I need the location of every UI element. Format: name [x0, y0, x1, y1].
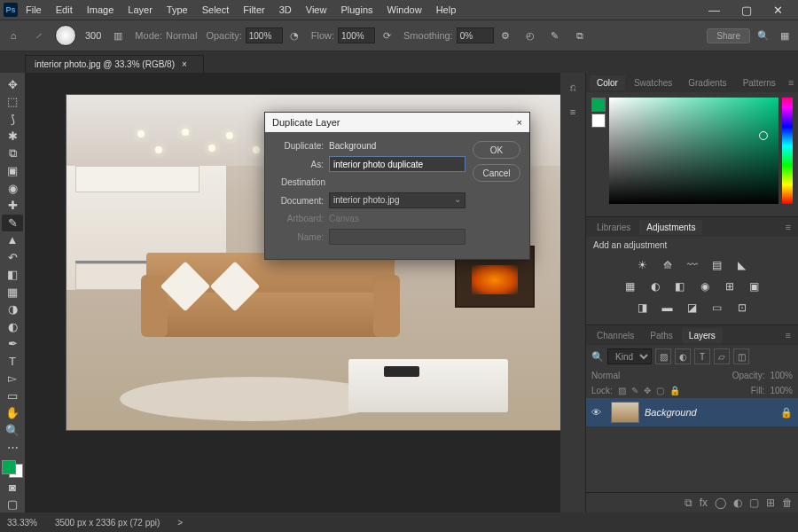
menu-plugins[interactable]: Plugins [334, 3, 379, 17]
lock-paint-icon[interactable]: ✎ [631, 386, 638, 395]
frame-tool-icon[interactable]: ▣ [2, 163, 23, 180]
patterns-tab[interactable]: Patterns [736, 75, 783, 90]
dodge-tool-icon[interactable]: ◐ [2, 318, 23, 335]
menu-window[interactable]: Window [381, 3, 428, 17]
menu-filter[interactable]: Filter [237, 3, 270, 17]
symmetry-icon[interactable]: ⧉ [572, 27, 588, 43]
filter-shape-icon[interactable]: ▱ [714, 348, 730, 364]
as-input[interactable] [329, 156, 466, 172]
filter-smart-icon[interactable]: ◫ [733, 348, 749, 364]
edit-toolbar-icon[interactable]: ⋯ [2, 440, 23, 457]
delete-layer-icon[interactable]: 🗑 [782, 497, 793, 509]
hue-slider[interactable] [782, 98, 793, 204]
layer-opacity-value[interactable]: 100% [770, 371, 793, 380]
gradient-tool-icon[interactable]: ▦ [2, 284, 23, 301]
window-close-icon[interactable]: ✕ [767, 2, 789, 19]
filter-kind-select[interactable]: Kind [607, 348, 652, 364]
shape-tool-icon[interactable]: ▭ [2, 387, 23, 404]
lock-artboard-icon[interactable]: ▢ [656, 386, 664, 395]
heal-tool-icon[interactable]: ✚ [2, 198, 23, 215]
marquee-tool-icon[interactable]: ⬚ [2, 94, 23, 111]
paths-tab[interactable]: Paths [643, 328, 680, 343]
filter-adj-icon[interactable]: ◐ [675, 348, 691, 364]
layer-thumbnail[interactable] [611, 402, 639, 423]
dialog-close-icon[interactable]: × [517, 117, 522, 128]
color-field[interactable] [609, 98, 778, 204]
zoom-level[interactable]: 33.33% [7, 518, 37, 528]
window-minimize-icon[interactable]: — [702, 2, 726, 19]
fill-value[interactable]: 100% [770, 386, 793, 395]
document-tab[interactable]: interior photo.jpg @ 33.3% (RGB/8) × [25, 55, 204, 73]
blend-mode-select[interactable]: Normal [591, 371, 620, 380]
brush-tool-icon[interactable]: ✎ [2, 215, 23, 231]
brush-preview[interactable] [55, 25, 76, 46]
type-tool-icon[interactable]: T [2, 353, 23, 370]
wand-tool-icon[interactable]: ✱ [2, 129, 23, 145]
layers-tab[interactable]: Layers [682, 328, 723, 343]
hand-tool-icon[interactable]: ✋ [2, 405, 23, 422]
menu-select[interactable]: Select [196, 3, 236, 17]
workspace-icon[interactable]: ▦ [777, 27, 793, 43]
lock-icon[interactable]: 🔒 [780, 407, 793, 419]
threshold-adj-icon[interactable]: ◪ [683, 300, 702, 316]
invert-adj-icon[interactable]: ◨ [633, 300, 653, 316]
properties-panel-icon[interactable]: ≡ [564, 103, 582, 121]
colorlookup-adj-icon[interactable]: ▣ [745, 278, 764, 294]
brush-icon[interactable]: ⟋ [30, 27, 46, 43]
home-icon[interactable]: ⌂ [5, 27, 21, 43]
levels-adj-icon[interactable]: ⟰ [658, 257, 677, 273]
lock-pos-icon[interactable]: ✥ [644, 386, 651, 395]
tab-close-icon[interactable]: × [182, 59, 187, 69]
angle-icon[interactable]: ◴ [522, 27, 538, 43]
menu-3d[interactable]: 3D [273, 3, 298, 17]
screenmode-icon[interactable]: ▢ [2, 497, 23, 513]
eraser-tool-icon[interactable]: ◧ [2, 267, 23, 284]
flow-input[interactable] [338, 27, 375, 43]
channelmixer-adj-icon[interactable]: ⊞ [720, 278, 739, 294]
window-maximize-icon[interactable]: ▢ [735, 2, 758, 19]
brightness-adj-icon[interactable]: ☀ [633, 257, 653, 273]
lock-trans-icon[interactable]: ▨ [618, 386, 626, 395]
exposure-adj-icon[interactable]: ▤ [708, 257, 727, 273]
brush-settings-icon[interactable]: ▥ [110, 27, 126, 43]
pen-tool-icon[interactable]: ✒ [2, 336, 23, 353]
status-arrow-icon[interactable]: > [177, 518, 183, 528]
new-group-icon[interactable]: ▢ [749, 497, 759, 509]
pressure-opacity-icon[interactable]: ◔ [286, 27, 302, 43]
menu-view[interactable]: View [300, 3, 333, 17]
history-brush-tool-icon[interactable]: ↶ [2, 249, 23, 266]
stamp-tool-icon[interactable]: ▲ [2, 232, 23, 249]
menu-file[interactable]: File [20, 3, 48, 17]
blur-tool-icon[interactable]: ◑ [2, 301, 23, 318]
photofilter-adj-icon[interactable]: ◉ [695, 278, 715, 294]
cancel-button[interactable]: Cancel [473, 164, 520, 182]
lasso-tool-icon[interactable]: ⟆ [2, 111, 23, 128]
link-layers-icon[interactable]: ⧉ [685, 497, 692, 509]
bw-adj-icon[interactable]: ◧ [670, 278, 690, 294]
gradients-tab[interactable]: Gradients [681, 75, 733, 90]
share-button[interactable]: Share [707, 28, 750, 43]
channels-tab[interactable]: Channels [590, 328, 641, 343]
curves-adj-icon[interactable]: 〰 [683, 257, 702, 273]
ok-button[interactable]: OK [473, 141, 520, 159]
filter-pixel-icon[interactable]: ▨ [655, 348, 671, 364]
layer-fx-icon[interactable]: fx [700, 497, 708, 509]
swatches-tab[interactable]: Swatches [627, 75, 679, 90]
search-icon[interactable]: 🔍 [755, 27, 771, 43]
pressure-size-icon[interactable]: ✎ [547, 27, 563, 43]
menu-edit[interactable]: Edit [50, 3, 79, 17]
quickmask-icon[interactable]: ◙ [2, 479, 23, 496]
color-swatches[interactable] [2, 460, 23, 478]
background-swatch[interactable] [591, 113, 606, 128]
adjustments-tab[interactable]: Adjustments [639, 220, 702, 235]
layer-name[interactable]: Background [645, 407, 775, 418]
menu-layer[interactable]: Layer [121, 3, 159, 17]
layer-mask-icon[interactable]: ◯ [715, 497, 726, 509]
lock-all-icon[interactable]: 🔒 [669, 386, 680, 395]
mode-value[interactable]: Normal [166, 30, 197, 41]
menu-help[interactable]: Help [430, 3, 463, 17]
document-select[interactable]: interior photo.jpg [329, 192, 466, 208]
document-dimensions[interactable]: 3500 px x 2336 px (72 ppi) [55, 518, 160, 528]
menu-type[interactable]: Type [160, 3, 194, 17]
search-icon[interactable]: 🔍 [591, 351, 604, 363]
